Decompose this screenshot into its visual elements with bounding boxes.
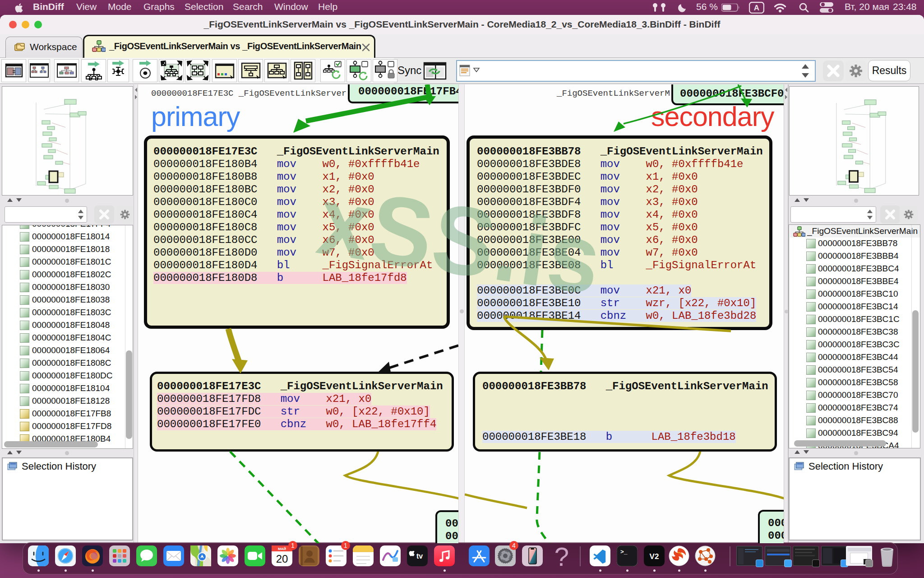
svg-text:20: 20: [276, 553, 288, 565]
svg-text:>_: >_: [620, 549, 628, 555]
svg-text:V2: V2: [650, 552, 659, 561]
svg-text:МАЙ: МАЙ: [278, 547, 286, 551]
svg-text:=: =: [12, 69, 15, 75]
svg-text:A: A: [754, 4, 759, 12]
svg-text:tv: tv: [416, 552, 423, 560]
